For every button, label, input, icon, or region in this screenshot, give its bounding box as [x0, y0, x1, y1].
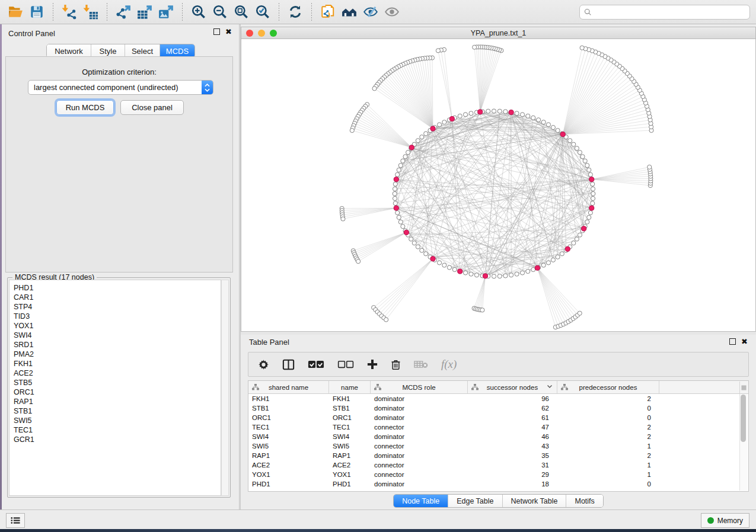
network-node[interactable]	[393, 182, 397, 186]
network-node[interactable]	[395, 211, 400, 215]
mcds-hub-node[interactable]	[449, 116, 454, 121]
network-node[interactable]	[556, 129, 560, 133]
table-row[interactable]: SWI5SWI5connector431	[248, 441, 748, 451]
network-node[interactable]	[393, 196, 397, 200]
network-node[interactable]	[438, 123, 442, 127]
network-node[interactable]	[409, 237, 413, 241]
network-node[interactable]	[515, 272, 519, 276]
mcds-hub-node[interactable]	[535, 265, 540, 270]
network-node[interactable]	[526, 114, 530, 118]
show-columns-button[interactable]	[282, 359, 295, 370]
network-node[interactable]	[585, 164, 589, 168]
mcds-result-item[interactable]: RAP1	[14, 397, 221, 406]
mcds-hub-node[interactable]	[458, 269, 462, 274]
network-node[interactable]	[546, 261, 550, 265]
table-row[interactable]: YOX1YOX1connector291	[248, 470, 748, 479]
mcds-result-item[interactable]: STB1	[14, 406, 221, 416]
delete-column-button[interactable]	[391, 359, 401, 370]
mcds-result-item[interactable]: GCR1	[14, 435, 221, 444]
tab-edge-table[interactable]: Edge Table	[448, 495, 502, 507]
network-node[interactable]	[580, 155, 585, 159]
network-node[interactable]	[583, 159, 587, 163]
network-node[interactable]	[420, 248, 424, 252]
search-input[interactable]	[595, 8, 749, 17]
network-titlebar[interactable]: YPA_prune.txt_1	[241, 27, 756, 39]
table-row[interactable]: ACE2ACE2connector311	[248, 460, 748, 470]
network-node[interactable]	[503, 110, 508, 114]
network-node[interactable]	[591, 201, 595, 206]
network-node[interactable]	[585, 220, 589, 224]
network-node[interactable]	[356, 259, 361, 264]
apply-preferred-layout-button[interactable]	[285, 2, 306, 21]
network-node[interactable]	[442, 120, 446, 124]
network-node[interactable]	[416, 245, 420, 249]
network-node[interactable]	[442, 263, 446, 267]
network-node[interactable]	[401, 225, 405, 229]
mcds-hub-node[interactable]	[394, 177, 398, 182]
network-node[interactable]	[403, 155, 407, 159]
table-row[interactable]: STB1STB1dominator620	[248, 403, 748, 413]
mcds-result-item[interactable]: CAR1	[14, 293, 221, 302]
network-node[interactable]	[515, 111, 519, 116]
network-node[interactable]	[497, 274, 502, 278]
network-node[interactable]	[575, 146, 579, 150]
table-scrollbar[interactable]	[739, 394, 748, 491]
save-session-button[interactable]	[26, 2, 47, 21]
network-node[interactable]	[424, 252, 428, 256]
mcds-result-item[interactable]: SWI5	[14, 416, 221, 425]
tab-select[interactable]: Select	[125, 44, 160, 57]
table-scrollbar-thumb[interactable]	[741, 395, 746, 442]
table-row[interactable]: TEC1TEC1connector472	[248, 422, 748, 432]
mcds-hub-node[interactable]	[509, 110, 513, 115]
network-node[interactable]	[401, 159, 405, 163]
network-node[interactable]	[546, 123, 550, 127]
mcds-result-item[interactable]: YOX1	[14, 321, 221, 331]
table-corner-button[interactable]	[739, 382, 748, 394]
table-row[interactable]: PHD1PHD1dominator180	[248, 479, 748, 489]
network-node[interactable]	[469, 111, 473, 116]
zoom-in-button[interactable]	[188, 2, 209, 21]
mcds-hub-node[interactable]	[409, 145, 414, 150]
zoom-out-button[interactable]	[209, 2, 231, 21]
network-node[interactable]	[492, 109, 496, 113]
mcds-result-item[interactable]: TID3	[14, 312, 221, 321]
mcds-hub-node[interactable]	[565, 246, 570, 251]
network-node[interactable]	[486, 109, 490, 113]
mcds-hub-node[interactable]	[483, 274, 487, 278]
network-node[interactable]	[509, 273, 513, 277]
network-node[interactable]	[578, 150, 582, 155]
network-node[interactable]	[393, 187, 397, 191]
network-node[interactable]	[341, 217, 345, 221]
network-node[interactable]	[497, 109, 502, 113]
network-node[interactable]	[416, 139, 420, 143]
network-node[interactable]	[436, 49, 440, 53]
run-mcds-button[interactable]: Run MCDS	[56, 100, 114, 115]
mcds-hub-node[interactable]	[478, 110, 483, 114]
mcds-result-item[interactable]: STP4	[14, 302, 221, 312]
mcds-hub-node[interactable]	[589, 177, 594, 182]
tab-motifs[interactable]: Motifs	[566, 495, 602, 507]
network-node[interactable]	[474, 273, 479, 277]
network-node[interactable]	[591, 187, 595, 191]
network-node[interactable]	[537, 118, 541, 122]
column-header-shared-name[interactable]: shared name	[248, 381, 329, 393]
network-canvas[interactable]	[241, 39, 756, 332]
network-node[interactable]	[647, 165, 652, 169]
column-header-successor-nodes[interactable]: successor nodes	[468, 381, 557, 393]
network-node[interactable]	[587, 215, 591, 219]
open-file-button[interactable]	[5, 2, 26, 21]
mcds-result-item[interactable]: PMA2	[14, 350, 221, 359]
network-node[interactable]	[587, 168, 591, 172]
deselect-all-button[interactable]	[337, 360, 354, 368]
network-node[interactable]	[473, 45, 477, 49]
export-network-button[interactable]	[113, 2, 134, 21]
network-node[interactable]	[531, 116, 535, 120]
network-node[interactable]	[458, 114, 462, 118]
mcds-result-item[interactable]: PHD1	[14, 283, 221, 293]
column-header-name[interactable]: name	[329, 381, 371, 393]
hide-selected-button[interactable]	[360, 2, 381, 21]
network-node[interactable]	[424, 132, 428, 136]
mcds-hub-node[interactable]	[560, 132, 565, 137]
network-node[interactable]	[492, 274, 496, 278]
network-node[interactable]	[560, 252, 564, 256]
